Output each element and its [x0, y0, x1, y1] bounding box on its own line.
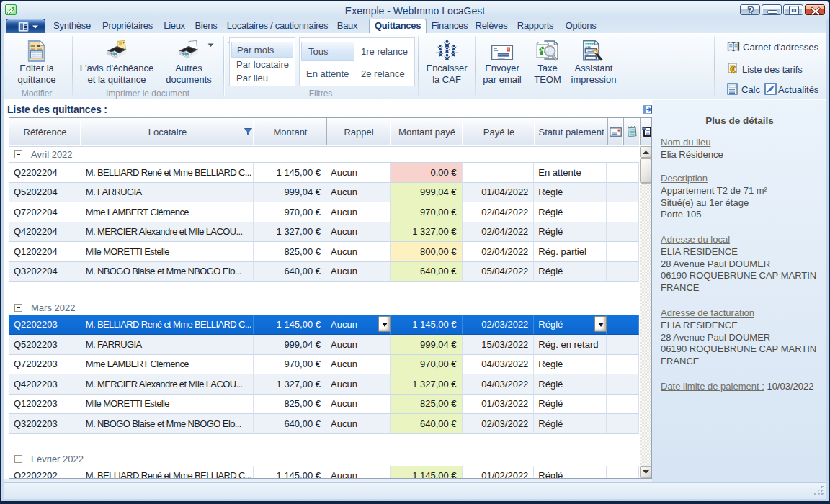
svg-text:?: ? — [748, 6, 754, 15]
svg-text:€: € — [731, 63, 737, 75]
